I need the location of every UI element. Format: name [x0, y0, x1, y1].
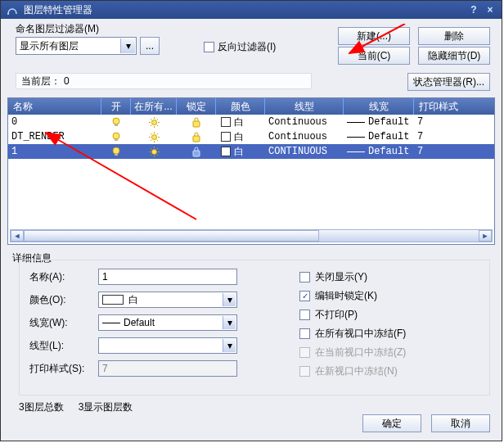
bulb-icon[interactable]: [101, 129, 131, 144]
details-panel: 详细信息 名称(A): 1 颜色(O): 白 ▾: [7, 251, 495, 396]
app-icon: [6, 3, 19, 16]
checkbox-icon: [299, 272, 310, 283]
ok-button[interactable]: 确定: [362, 414, 421, 432]
scroll-track[interactable]: [24, 230, 479, 242]
cell-plotstyle[interactable]: 7: [414, 144, 494, 159]
close-button[interactable]: ×: [484, 3, 497, 16]
check-editlock[interactable]: ✓编辑时锁定(K): [299, 289, 479, 303]
invert-label: 反向过滤器(I): [218, 40, 276, 54]
chevron-down-icon: ▾: [120, 38, 135, 53]
lock-icon[interactable]: [177, 144, 216, 159]
cell-lineweight[interactable]: Default: [344, 129, 414, 144]
svg-point-14: [113, 133, 119, 139]
lweight-combo[interactable]: Default ▾: [98, 314, 237, 331]
cell-color[interactable]: 白: [216, 115, 265, 129]
color-combo[interactable]: 白 ▾: [98, 292, 237, 308]
cell-lineweight[interactable]: Default: [344, 144, 414, 159]
checkbox-icon: [299, 310, 310, 320]
svg-rect-15: [115, 139, 118, 141]
svg-line-10: [156, 124, 157, 125]
col-on[interactable]: 开: [101, 98, 131, 115]
lock-icon[interactable]: [177, 129, 216, 144]
state-manager-button[interactable]: 状态管理器(R)...: [407, 73, 490, 91]
new-button[interactable]: 新建(...): [338, 27, 410, 45]
svg-point-28: [151, 149, 156, 154]
details-box: 名称(A): 1 颜色(O): 白 ▾ 线宽(W):: [19, 260, 490, 396]
check-freeze-new-vp: 在新视口中冻结(N): [299, 364, 479, 378]
lock-icon[interactable]: [177, 115, 216, 129]
scroll-thumb[interactable]: [24, 230, 319, 242]
col-lock[interactable]: 锁定: [177, 98, 216, 115]
content: 命名图层过滤器(M) 显示所有图层 ▾ ... 反向过滤器(I) 新建(...)…: [1, 19, 502, 441]
check-freeze-all-vp[interactable]: 在所有视口中冻结(F): [299, 327, 479, 341]
check-freeze-cur-vp: 在当前视口中冻结(Z): [299, 346, 479, 359]
chevron-down-icon: ▾: [223, 293, 236, 306]
table-row[interactable]: 0白ContinuousDefault7: [8, 115, 494, 129]
horizontal-scrollbar[interactable]: ◄ ►: [10, 229, 493, 242]
delete-button[interactable]: 删除: [418, 27, 490, 45]
check-noprint[interactable]: 不打印(P): [299, 308, 479, 322]
cancel-button[interactable]: 取消: [431, 414, 490, 432]
cell-color[interactable]: 白: [216, 129, 265, 144]
cell-plotstyle[interactable]: 7: [414, 129, 494, 144]
svg-line-34: [156, 154, 157, 155]
filter-value: 显示所有图层: [20, 39, 79, 53]
hide-details-button[interactable]: 隐藏细节(D): [418, 47, 490, 65]
table-row[interactable]: 1白CONTINUOUSDefault7: [8, 144, 494, 159]
pstyle-label: 打印样式(S):: [29, 362, 90, 376]
col-all[interactable]: 在所有...: [131, 98, 177, 115]
shown-layers: 3显示图层数: [79, 400, 133, 414]
checkbox-icon: ✓: [299, 291, 310, 301]
svg-point-4: [151, 120, 156, 124]
scroll-left-button[interactable]: ◄: [11, 230, 24, 242]
check-off[interactable]: 关闭显示(Y): [299, 270, 479, 284]
cell-name: DT_RENDER: [8, 129, 101, 144]
checkbox-icon: [299, 366, 310, 377]
dialog-buttons: 确定 取消: [362, 414, 490, 432]
filter-combo[interactable]: 显示所有图层 ▾: [16, 37, 137, 55]
lineweight-preview-icon: [102, 323, 120, 323]
current-button[interactable]: 当前(C): [338, 47, 410, 65]
chevron-down-icon: ▾: [223, 316, 236, 329]
name-label: 名称(A):: [29, 270, 90, 284]
cell-plotstyle[interactable]: 7: [414, 115, 494, 129]
cell-linetype[interactable]: Continuous: [265, 115, 344, 129]
sun-icon[interactable]: [131, 129, 177, 144]
svg-rect-25: [193, 136, 200, 142]
col-ltype[interactable]: 线型: [265, 98, 344, 115]
dialog-title: 图层特性管理器: [24, 3, 464, 17]
svg-line-12: [156, 119, 157, 120]
svg-rect-13: [193, 121, 200, 127]
cell-lineweight[interactable]: Default: [344, 115, 414, 129]
cell-linetype[interactable]: Continuous: [265, 129, 344, 144]
bulb-icon[interactable]: [101, 115, 131, 129]
col-lweight[interactable]: 线宽: [344, 98, 414, 115]
bulb-icon[interactable]: [101, 144, 131, 159]
ltype-combo[interactable]: ▾: [98, 337, 237, 354]
cell-linetype[interactable]: CONTINUOUS: [265, 144, 344, 159]
ellipsis-icon: ...: [146, 40, 154, 52]
name-input[interactable]: 1: [98, 269, 237, 285]
color-label: 颜色(O):: [29, 293, 90, 307]
svg-point-16: [151, 134, 156, 139]
table-row[interactable]: DT_RENDER白ContinuousDefault7: [8, 129, 494, 144]
col-color[interactable]: 颜色: [216, 98, 265, 115]
scroll-right-button[interactable]: ►: [479, 230, 492, 242]
help-button[interactable]: ?: [467, 3, 480, 16]
ltype-label: 线型(L):: [29, 339, 90, 353]
svg-point-26: [113, 147, 119, 154]
summary: 3图层总数 3显示图层数: [7, 400, 495, 414]
cell-color[interactable]: 白: [216, 144, 265, 159]
svg-line-9: [151, 119, 151, 120]
invert-filter-checkbox[interactable]: 反向过滤器(I): [204, 40, 276, 54]
col-name[interactable]: 名称: [8, 98, 101, 115]
color-swatch-icon: [102, 295, 124, 305]
sun-icon[interactable]: [131, 115, 177, 129]
svg-rect-3: [115, 124, 118, 126]
current-layer-prefix: 当前层：: [21, 75, 61, 88]
svg-rect-37: [193, 151, 200, 156]
filter-edit-button[interactable]: ...: [140, 37, 160, 55]
titlebar: 图层特性管理器 ? ×: [1, 1, 502, 19]
col-pstyle[interactable]: 打印样式: [414, 98, 494, 115]
sun-icon[interactable]: [131, 144, 177, 159]
